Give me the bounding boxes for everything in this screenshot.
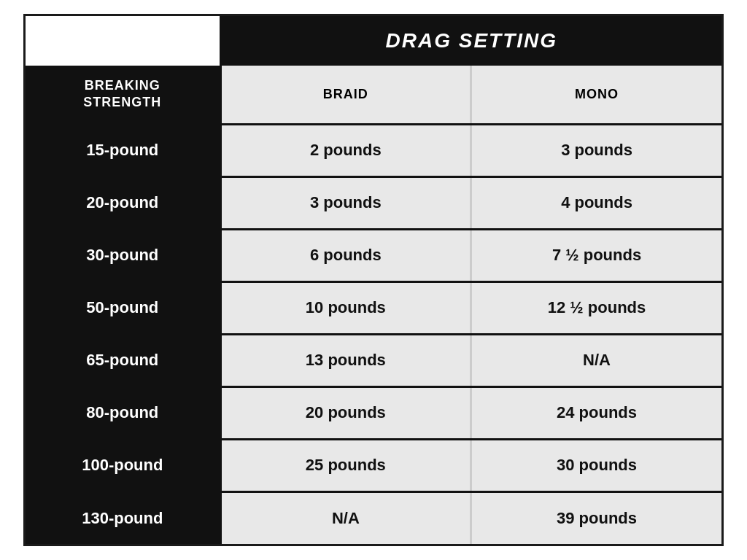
braid-cell: 6 pounds — [220, 229, 471, 281]
strength-cell: 80-pound — [26, 386, 220, 439]
table-row: 100-pound25 pounds30 pounds — [26, 439, 721, 491]
breaking-strength-header: BREAKINGSTRENGTH — [26, 66, 220, 124]
drag-setting-table: DRAG SETTING BREAKINGSTRENGTH BRAID MONO… — [23, 14, 724, 546]
table-body: 15-pound2 pounds3 pounds20-pound3 pounds… — [26, 124, 721, 544]
table-row: 15-pound2 pounds3 pounds — [26, 124, 721, 176]
braid-cell: 10 pounds — [220, 281, 471, 334]
drag-setting-header: DRAG SETTING — [220, 16, 721, 66]
strength-cell: 50-pound — [26, 281, 220, 334]
braid-cell: 3 pounds — [220, 176, 471, 229]
table-row: 80-pound20 pounds24 pounds — [26, 386, 721, 439]
strength-cell: 30-pound — [26, 229, 220, 281]
mono-cell: 3 pounds — [471, 124, 721, 176]
braid-cell: 25 pounds — [220, 439, 471, 491]
corner-empty — [26, 16, 220, 66]
braid-cell: 20 pounds — [220, 386, 471, 439]
mono-cell: 4 pounds — [471, 176, 721, 229]
mono-cell: 12 ½ pounds — [471, 281, 721, 334]
mono-header: MONO — [471, 66, 721, 124]
mono-cell: N/A — [471, 334, 721, 386]
table-row: 130-poundN/A39 pounds — [26, 491, 721, 544]
strength-cell: 130-pound — [26, 491, 220, 544]
sub-header-row: BREAKINGSTRENGTH BRAID MONO — [26, 66, 721, 124]
braid-cell: 13 pounds — [220, 334, 471, 386]
braid-cell: N/A — [220, 491, 471, 544]
breaking-strength-label: BREAKINGSTRENGTH — [83, 78, 161, 109]
mono-cell: 24 pounds — [471, 386, 721, 439]
strength-cell: 100-pound — [26, 439, 220, 491]
table-row: 65-pound13 poundsN/A — [26, 334, 721, 386]
mono-cell: 30 pounds — [471, 439, 721, 491]
table-row: 30-pound6 pounds7 ½ pounds — [26, 229, 721, 281]
mono-cell: 39 pounds — [471, 491, 721, 544]
braid-cell: 2 pounds — [220, 124, 471, 176]
table-row: 50-pound10 pounds12 ½ pounds — [26, 281, 721, 334]
mono-cell: 7 ½ pounds — [471, 229, 721, 281]
strength-cell: 65-pound — [26, 334, 220, 386]
braid-header: BRAID — [220, 66, 471, 124]
table-row: 20-pound3 pounds4 pounds — [26, 176, 721, 229]
main-header-row: DRAG SETTING — [26, 16, 721, 66]
strength-cell: 15-pound — [26, 124, 220, 176]
strength-cell: 20-pound — [26, 176, 220, 229]
